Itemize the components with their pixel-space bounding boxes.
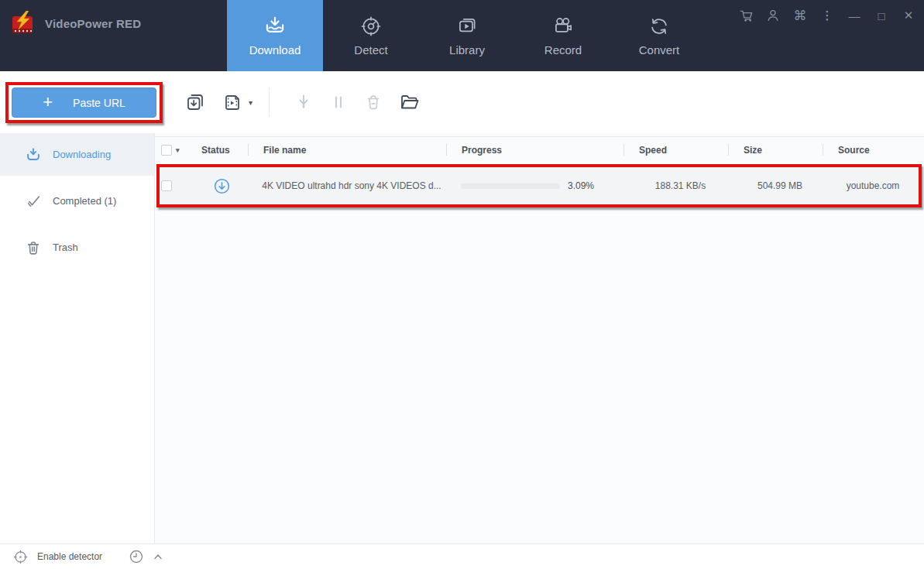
progress-percent: 3.09% xyxy=(568,180,594,191)
paste-url-button[interactable]: + Paste URL xyxy=(12,87,156,118)
sidebar-item-trash-label: Trash xyxy=(53,242,78,253)
sidebar-item-trash[interactable]: Trash xyxy=(0,226,154,269)
select-all-cell: ▾ xyxy=(155,137,186,163)
format-dropdown-caret[interactable]: ▾ xyxy=(249,98,252,107)
start-download-icon[interactable] xyxy=(294,92,314,112)
tab-convert[interactable]: Convert xyxy=(611,0,707,71)
tab-record-label: Record xyxy=(544,43,582,57)
row-status-cell xyxy=(191,177,252,196)
row-file-name: 4K VIDEO ultrahd hdr sony 4K VIDEOS d... xyxy=(252,180,451,191)
close-button[interactable]: ✕ xyxy=(901,8,916,23)
record-tab-icon xyxy=(551,12,575,41)
downloading-status-icon xyxy=(212,177,232,196)
library-tab-icon xyxy=(455,12,479,41)
row-select-cell xyxy=(160,180,191,191)
row-source: youtube.com xyxy=(827,180,919,191)
row-checkbox[interactable] xyxy=(161,180,172,191)
tab-convert-label: Convert xyxy=(639,43,680,57)
pause-icon[interactable] xyxy=(329,92,348,112)
sidebar-item-completed[interactable]: Completed (1) xyxy=(0,180,154,222)
completed-check-icon xyxy=(25,193,42,210)
more-icon[interactable]: ⋮ xyxy=(819,8,835,23)
download-row-annotation: 4K VIDEO ultrahd hdr sony 4K VIDEOS d...… xyxy=(156,164,922,207)
account-icon[interactable] xyxy=(765,8,781,23)
cart-icon[interactable] xyxy=(738,8,754,23)
enable-detector-toggle[interactable]: Enable detector xyxy=(12,549,102,565)
column-header-size: Size xyxy=(728,137,823,163)
download-tab-icon xyxy=(263,12,287,41)
tab-detect[interactable]: Detect xyxy=(323,0,419,71)
app-title: VideoPower RED xyxy=(45,17,141,30)
tab-download-label: Download xyxy=(249,43,301,57)
row-size: 504.99 MB xyxy=(733,180,827,191)
convert-tab-icon xyxy=(647,12,671,41)
batch-download-icon[interactable] xyxy=(184,91,206,113)
toolbar: + Paste URL ▾ xyxy=(0,71,924,133)
row-speed: 188.31 KB/s xyxy=(628,180,733,191)
plus-icon: + xyxy=(43,94,53,111)
sidebar-item-completed-label: Completed (1) xyxy=(53,195,116,207)
titlebar-actions: ⌘ ⋮ — □ ✕ xyxy=(738,6,916,25)
toolbar-divider xyxy=(269,87,270,117)
schedule-icon[interactable] xyxy=(128,548,145,565)
tab-library[interactable]: Library xyxy=(419,0,515,71)
sidebar-item-downloading-label: Downloading xyxy=(53,149,111,160)
enable-detector-label: Enable detector xyxy=(37,551,102,562)
table-row[interactable]: 4K VIDEO ultrahd hdr sony 4K VIDEOS d...… xyxy=(160,167,919,204)
paste-url-label: Paste URL xyxy=(73,97,125,109)
column-header-source: Source xyxy=(823,137,924,163)
select-dropdown-caret[interactable]: ▾ xyxy=(176,146,180,154)
sidebar-item-downloading[interactable]: Downloading xyxy=(0,133,154,176)
footer-bar: Enable detector xyxy=(0,543,924,569)
paste-url-annotation: + Paste URL xyxy=(5,82,163,123)
minimize-button[interactable]: — xyxy=(847,8,862,23)
table-header: ▾ Status File name Progress Speed Size S… xyxy=(155,136,924,162)
titlebar: VideoPower RED Download xyxy=(0,0,924,71)
tab-record[interactable]: Record xyxy=(515,0,611,71)
main-nav: Download Detect xyxy=(227,0,707,71)
toolbar-icons: ▾ xyxy=(177,71,428,133)
detector-icon xyxy=(12,549,29,565)
downloading-icon xyxy=(25,146,42,163)
tab-library-label: Library xyxy=(449,43,485,57)
maximize-button[interactable]: □ xyxy=(874,8,889,23)
detect-tab-icon xyxy=(359,12,383,41)
app-logo-icon xyxy=(10,11,36,36)
column-header-status: Status xyxy=(186,137,248,163)
videopower-window: VideoPower RED Download xyxy=(0,0,924,569)
trash-icon xyxy=(25,239,42,256)
column-header-file-name: File name xyxy=(248,137,446,163)
column-header-progress: Progress xyxy=(446,137,623,163)
open-folder-icon[interactable] xyxy=(399,92,421,112)
collapse-icon[interactable] xyxy=(152,551,164,562)
delete-icon[interactable] xyxy=(363,92,383,112)
download-list: ▾ Status File name Progress Speed Size S… xyxy=(155,133,924,543)
tab-detect-label: Detect xyxy=(354,43,387,57)
progress-bar xyxy=(461,183,560,189)
sidebar: Downloading Completed (1) Trash xyxy=(0,133,155,543)
video-format-icon[interactable] xyxy=(222,91,243,113)
select-all-checkbox[interactable] xyxy=(161,145,172,156)
apps-icon[interactable]: ⌘ xyxy=(792,8,808,23)
row-progress-cell: 3.09% xyxy=(451,180,628,191)
logo-group: VideoPower RED xyxy=(10,11,141,36)
tab-download[interactable]: Download xyxy=(227,0,323,71)
column-header-speed: Speed xyxy=(623,137,728,163)
